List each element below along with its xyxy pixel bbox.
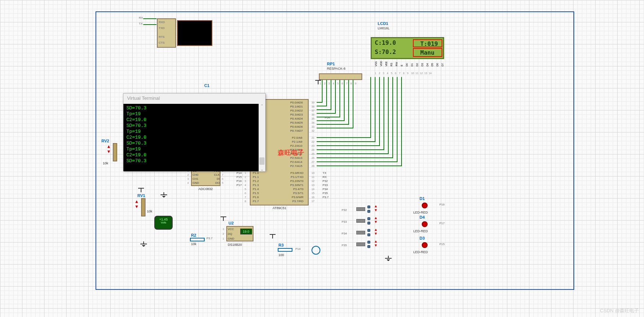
r3-label: R3 (278, 243, 284, 247)
uart-pin-1: TXD (159, 26, 165, 30)
d1-led[interactable] (422, 203, 428, 208)
uart-pin-2: RTS (159, 35, 165, 39)
vterm-line-3: SD=70.3 (126, 123, 262, 129)
rv2-label: RV2 (101, 139, 109, 143)
d1-net: P16 (439, 203, 445, 206)
lcd-highlight-2 (413, 48, 442, 57)
rv1-arrows[interactable]: ▲▼ (134, 199, 139, 209)
ds18b20-nums: 321 (223, 227, 224, 241)
lcd-pin-labels: VSS VDD VEE RS RW E D0 D1 D2 D3 D4 D5 D6… (375, 61, 446, 67)
vterm-line-9: SD=70.3 (126, 158, 262, 164)
vterm-line-0: SD=70.3 (126, 105, 262, 111)
mcu-p1-nets: P14P15P16P17 (233, 171, 242, 187)
gnd-1 (161, 192, 168, 197)
r2-val: 10k (191, 242, 197, 246)
button-2-arrows[interactable]: ▲▼ (374, 227, 378, 236)
d1-name: D1 (420, 196, 425, 201)
vcc-1 (315, 80, 321, 84)
d4-model: LED-RED (413, 229, 428, 233)
d1-model: LED-RED (413, 211, 428, 214)
mcu-p1-nums: 12345678 (245, 171, 246, 203)
ds18b20-name: DS18B20 (228, 243, 242, 247)
lcd-name: LCD1 (378, 21, 388, 26)
mcu-p3-block: P3.0/RXDP3.1/TXDP3.2/INT0P3.3/INT1P3.4/T… (290, 171, 303, 203)
vcc-3 (270, 234, 276, 238)
button-3[interactable] (356, 243, 365, 246)
r3-res[interactable] (278, 248, 292, 252)
c1-label: C1 (204, 83, 209, 88)
mcu-p3-nums: 1011121314151617 (312, 171, 314, 203)
mcu-p0-block: P0.0/AD0P0.1/AD1P0.2/AD2P0.3/AD3P0.4/AD4… (290, 101, 303, 133)
d3-led[interactable] (422, 242, 428, 248)
buzzer[interactable] (312, 246, 320, 255)
respack-model: RESPACK-8 (327, 67, 345, 70)
vterm-scroll-thumb[interactable] (259, 157, 265, 165)
d4-name: D4 (420, 215, 425, 219)
mcu-p1-block: P1.0P1.1P1.2P1.3P1.4P1.5P1.6P1.7 (253, 171, 259, 203)
button-2[interactable] (356, 231, 365, 234)
d3-name: D3 (420, 236, 425, 240)
r2-label: R2 (191, 233, 196, 237)
respack[interactable] (319, 73, 362, 80)
uart-tx-label: TX (139, 22, 143, 25)
mcu-p0-nums: 3938373635343332 (312, 101, 314, 133)
lcd-model: LM016L (378, 26, 390, 30)
lcd-pin-nums: 1234567891011121314 (375, 72, 433, 74)
vterm-line-4: Tp=19 (126, 129, 262, 135)
rv2-val: 10k (103, 161, 108, 165)
voltmeter[interactable]: +1.45 Volts (154, 216, 173, 230)
rv2-pot[interactable] (113, 143, 117, 161)
rv2-arrows[interactable]: ▲▼ (107, 144, 111, 154)
rv1-pot[interactable] (141, 198, 145, 216)
r3-val: 100 (278, 253, 284, 257)
button-1[interactable] (356, 219, 365, 223)
gnd-3 (385, 256, 392, 261)
vcc-2 (220, 216, 226, 221)
scroll-up-icon[interactable]: ⌃ (259, 104, 265, 108)
uart-screen (177, 20, 212, 46)
uart-pin-0: RXD (159, 21, 165, 24)
button-3-arrows[interactable]: ▲▼ (374, 239, 378, 247)
button-0[interactable] (356, 207, 365, 211)
r2-net: P3.7 (206, 237, 212, 240)
rv1-val: 10k (147, 209, 152, 213)
mcu-p2-nums: 2122232425262728 (312, 136, 314, 168)
lcd-line1-a: C:19.0 (375, 39, 396, 46)
vterm-line-5: C2=19.0 (126, 135, 262, 141)
vterm-line-2: C2=19.0 (126, 117, 262, 123)
d4-led[interactable] (422, 221, 428, 227)
virtual-terminal[interactable]: Virtual Terminal SD=70.3 Tp=19 C2=19.0 S… (123, 93, 266, 171)
ds18b20-temp: 19.0 (240, 229, 252, 234)
lcd-display[interactable]: C:19.0 S:70.2 T:019 Manu (371, 37, 444, 59)
ds18b20-pins: VCCDQGND (228, 227, 234, 241)
vterm-line-1: Tp=19 (126, 111, 262, 117)
r3-net: P14 (295, 247, 301, 251)
gnd-2 (140, 241, 148, 247)
mcu-p2-block: P2.0/A8P2.1/A9P2.2/A10P2.3/A11P2.4/A12P2… (290, 136, 302, 168)
rv1-label: RV1 (137, 193, 145, 198)
lcd-highlight-1 (413, 39, 442, 47)
lcd-line2-a: S:70.2 (375, 48, 396, 55)
respack-name: RP1 (327, 62, 335, 66)
d3-net: P15 (439, 243, 445, 246)
footer-watermark: CSDN @森旺电子 (600, 307, 639, 314)
scroll-down-icon[interactable]: ⌄ (259, 167, 265, 171)
vterm-title[interactable]: Virtual Terminal (123, 94, 265, 104)
vterm-body: SD=70.3 Tp=19 C2=19.0 SD=70.3 Tp=19 C2=1… (123, 104, 265, 171)
button-0-arrows[interactable]: ▲▼ (374, 204, 378, 212)
vcc-4 (138, 188, 144, 192)
mcu-name: AT89C51 (273, 206, 286, 210)
uart-rx-label: RX (139, 16, 143, 19)
vterm-line-7: Tp=19 (126, 146, 262, 152)
adc-name: ADC0832 (198, 187, 213, 191)
vterm-line-6: SD=70.3 (126, 141, 262, 146)
mcu-p3-nets: TXRXP32P33P34P35P3.7 (323, 171, 328, 199)
vterm-scrollbar[interactable]: ⌃ ⌄ (259, 104, 265, 171)
button-1-arrows[interactable]: ▲▼ (374, 216, 378, 224)
u2-ref: U2 (229, 221, 234, 225)
d3-model: LED-RED (413, 250, 428, 254)
r2-res[interactable] (190, 238, 205, 241)
vterm-line-8: C2=19.0 (126, 152, 262, 158)
uart-pin-3: CTS (159, 41, 165, 44)
d4-net: P17 (439, 222, 445, 225)
